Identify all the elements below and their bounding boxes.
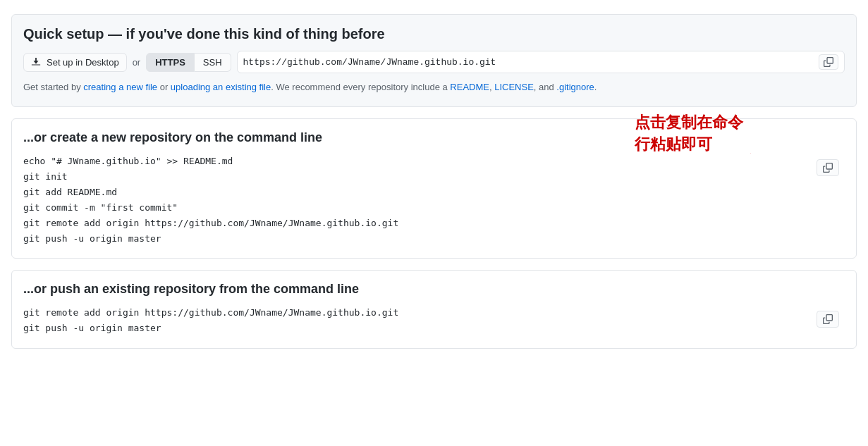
create-repo-code-block: echo "# JWname.github.io" >> README.md g…: [23, 154, 845, 247]
page-wrapper: Quick setup — if you've done this kind o…: [0, 14, 868, 349]
ssh-button[interactable]: SSH: [195, 53, 231, 72]
get-started-text: Get started by creating a new file or up…: [23, 80, 845, 95]
quick-setup-section: Quick setup — if you've done this kind o…: [11, 14, 857, 107]
push-existing-section: ...or push an existing repository from t…: [11, 270, 857, 348]
https-button[interactable]: HTTPS: [146, 53, 195, 72]
setup-desktop-label: Set up in Desktop: [47, 57, 119, 68]
url-input-wrapper: https://github.com/JWname/JWname.github.…: [237, 51, 845, 73]
gitignore-link[interactable]: .gitignore: [556, 82, 594, 92]
create-new-file-link[interactable]: creating a new file: [83, 82, 157, 92]
upload-existing-link[interactable]: uploading an existing file: [171, 82, 271, 92]
copy-create-repo-button[interactable]: [817, 159, 839, 176]
push-existing-title: ...or push an existing repository from t…: [23, 282, 845, 297]
setup-desktop-button[interactable]: Set up in Desktop: [23, 53, 127, 72]
create-repo-title: ...or create a new repository on the com…: [23, 130, 845, 145]
get-started-middle: or: [157, 82, 171, 92]
create-repo-commands: echo "# JWname.github.io" >> README.md g…: [23, 154, 845, 247]
copy-push-existing-button[interactable]: [817, 311, 839, 328]
push-existing-code-block: git remote add origin https://github.com…: [23, 305, 845, 336]
desktop-icon: [31, 57, 41, 67]
copy-icon: [824, 57, 833, 67]
repo-url: https://github.com/JWname/JWname.github.…: [243, 57, 819, 68]
or-text: or: [133, 57, 141, 68]
readme-link[interactable]: README: [450, 82, 489, 92]
get-started-prefix: Get started by: [23, 82, 83, 92]
protocol-buttons: HTTPS SSH: [146, 53, 231, 72]
license-link[interactable]: LICENSE: [494, 82, 534, 92]
copy-url-button[interactable]: [819, 54, 838, 70]
get-started-suffix: . We recommend every repository include …: [271, 82, 450, 92]
get-started-end: .: [594, 82, 597, 92]
copy-push-icon: [823, 314, 833, 324]
push-existing-commands: git remote add origin https://github.com…: [23, 305, 845, 336]
copy-create-icon: [823, 163, 833, 173]
quick-setup-title: Quick setup — if you've done this kind o…: [23, 26, 845, 42]
url-bar: Set up in Desktop or HTTPS SSH https://g…: [23, 51, 845, 73]
comma2: , and: [534, 82, 557, 92]
create-repo-section: ...or create a new repository on the com…: [11, 118, 857, 259]
